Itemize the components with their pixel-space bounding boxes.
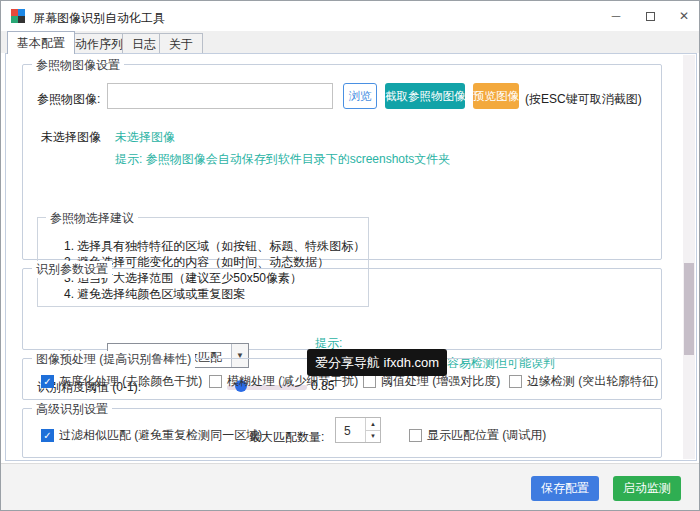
close-icon: ✕ (679, 9, 689, 23)
checkbox-label: 过滤相似匹配 (避免重复检测同一区域) (59, 427, 262, 444)
tab-content-panel: 参照物图像设置 参照物图像: 浏览 截取参照物图像 预览图像 (按ESC键可取消… (5, 53, 697, 461)
max-match-label: 最大匹配数量: (249, 429, 324, 446)
site-watermark: 爱分享导航 ifxdh.com (307, 349, 447, 376)
image-status-value: 未选择图像 (115, 129, 175, 146)
spinner-up-icon[interactable]: ▲ (366, 418, 380, 431)
maximize-button[interactable] (633, 1, 667, 31)
checkbox-checked-icon[interactable] (41, 429, 54, 442)
minimize-button[interactable]: ─ (599, 1, 633, 31)
checkbox-icon[interactable] (209, 375, 222, 388)
close-button[interactable]: ✕ (667, 1, 700, 31)
tab-basic-config[interactable]: 基本配置 (7, 31, 75, 54)
browse-button[interactable]: 浏览 (343, 83, 377, 109)
app-window: 屏幕图像识别自动化工具 ─ ✕ 基本配置 动作序列 日志 关于 参照物图像设置 … (0, 0, 700, 511)
preview-image-button[interactable]: 预览图像 (473, 83, 519, 109)
start-monitor-button[interactable]: 启动监测 (613, 476, 681, 501)
checkbox-checked-icon[interactable] (41, 375, 54, 388)
checkbox-label: 灰度化处理 (去除颜色干扰) (59, 373, 202, 390)
save-config-button[interactable]: 保存配置 (531, 476, 599, 501)
grayscale-checkbox[interactable]: 灰度化处理 (去除颜色干扰) (41, 373, 202, 390)
spinner-down-icon[interactable]: ▼ (366, 431, 380, 443)
title-bar: 屏幕图像识别自动化工具 ─ ✕ (1, 1, 699, 31)
checkbox-label: 显示匹配位置 (调试用) (427, 427, 546, 444)
reference-image-group: 参照物图像设置 参照物图像: 浏览 截取参照物图像 预览图像 (按ESC键可取消… (22, 64, 662, 260)
group-title: 识别参数设置 (32, 261, 112, 278)
tab-bar: 基本配置 动作序列 日志 关于 (1, 31, 699, 53)
checkbox-icon[interactable] (409, 429, 422, 442)
filter-similar-checkbox[interactable]: 过滤相似匹配 (避免重复检测同一区域) (41, 427, 262, 444)
app-logo-icon (11, 9, 25, 23)
reference-image-label: 参照物图像: (37, 91, 100, 108)
autosave-hint: 提示: 参照物图像会自动保存到软件目录下的screenshots文件夹 (115, 151, 450, 168)
suggestion-item: 1. 选择具有独特特征的区域（如按钮、标题、特殊图标） (64, 238, 365, 255)
edge-detect-checkbox[interactable]: 边缘检测 (突出轮廓特征) (509, 373, 658, 390)
group-title: 高级识别设置 (32, 401, 112, 418)
footer-bar: 保存配置 启动监测 (1, 463, 700, 511)
group-title: 参照物图像设置 (32, 57, 124, 74)
max-match-value: 5 (344, 424, 351, 438)
capture-reference-button[interactable]: 截取参照物图像 (385, 83, 465, 109)
image-status-label: 未选择图像 (41, 129, 101, 146)
maximize-icon (646, 12, 655, 21)
recognition-params-group: 识别参数设置 匹配算法: 归一化相关系数匹配 ▼ 提示: 阈值越高越精确，越低越… (22, 268, 662, 350)
vertical-scrollbar[interactable] (683, 55, 695, 459)
minimize-icon: ─ (612, 9, 621, 23)
group-title: 图像预处理 (提高识别鲁棒性) (32, 351, 195, 368)
tab-about[interactable]: 关于 (159, 33, 203, 53)
checkbox-icon[interactable] (509, 375, 522, 388)
show-match-position-checkbox[interactable]: 显示匹配位置 (调试用) (409, 427, 546, 444)
checkbox-icon[interactable] (363, 375, 376, 388)
reference-image-input[interactable] (107, 83, 333, 109)
suggestions-title: 参照物选择建议 (46, 210, 138, 227)
max-match-spinner[interactable]: 5 ▲ ▼ (335, 417, 381, 443)
advanced-settings-group: 高级识别设置 过滤相似匹配 (避免重复检测同一区域) 最大匹配数量: 5 ▲ ▼… (22, 408, 662, 458)
esc-cancel-hint: (按ESC键可取消截图) (525, 91, 642, 108)
window-title: 屏幕图像识别自动化工具 (33, 10, 165, 27)
checkbox-label: 边缘检测 (突出轮廓特征) (527, 373, 658, 390)
scrollbar-thumb[interactable] (684, 263, 694, 355)
